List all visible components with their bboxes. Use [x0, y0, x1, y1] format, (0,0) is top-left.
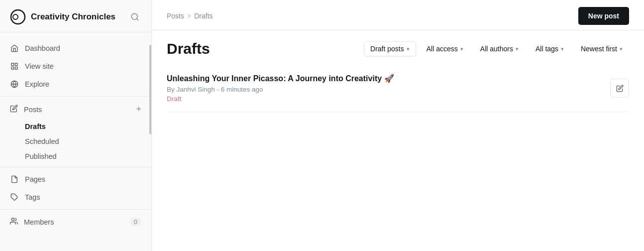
globe-icon — [10, 80, 19, 89]
svg-rect-4 — [11, 63, 14, 66]
chevron-down-icon-3: ▾ — [516, 46, 519, 52]
post-info: Unleashing Your Inner Picasso: A Journey… — [167, 74, 394, 103]
sidebar-item-scheduled[interactable]: Scheduled — [0, 134, 151, 149]
chevron-down-icon: ▾ — [407, 46, 410, 52]
page-title: Drafts — [167, 40, 210, 57]
svg-rect-5 — [15, 63, 17, 66]
sidebar-nav: Dashboard View site Explore — [0, 32, 151, 251]
filter-sort-label: Newest first — [581, 45, 617, 53]
members-icon — [10, 217, 18, 227]
chevron-down-icon-2: ▾ — [460, 46, 463, 52]
filters: Draft posts ▾ All access ▾ All authors ▾… — [364, 41, 629, 56]
sidebar-divider-3 — [0, 209, 151, 210]
sidebar-item-dashboard[interactable]: Dashboard — [0, 39, 151, 57]
sidebar-scrollbar[interactable] — [149, 45, 151, 134]
filter-all-authors-label: All authors — [480, 45, 513, 53]
sidebar-item-posts-label: Posts — [24, 106, 42, 114]
sidebar-item-tags[interactable]: Tags — [0, 188, 151, 206]
brand: Creativity Chronicles — [10, 9, 115, 25]
breadcrumb-separator: > — [187, 12, 191, 20]
sidebar-item-dashboard-label: Dashboard — [25, 44, 60, 52]
sidebar-item-explore-label: Explore — [25, 80, 49, 88]
sidebar-item-posts[interactable]: Posts + — [0, 100, 151, 119]
pages-icon — [10, 175, 19, 184]
post-actions — [610, 79, 629, 98]
svg-line-3 — [136, 18, 138, 20]
table-row: Unleashing Your Inner Picasso: A Journey… — [167, 65, 629, 112]
svg-rect-7 — [11, 67, 14, 69]
home-icon — [10, 44, 19, 53]
sidebar-divider-2 — [0, 167, 151, 167]
breadcrumb: Posts > Drafts — [167, 12, 213, 20]
svg-rect-6 — [15, 67, 17, 69]
chevron-down-icon-4: ▾ — [561, 46, 564, 52]
sidebar-divider-1 — [0, 96, 151, 97]
brand-name: Creativity Chronicles — [31, 12, 115, 22]
edit-post-button[interactable] — [610, 79, 629, 98]
search-button[interactable] — [128, 10, 141, 23]
published-label: Published — [25, 152, 57, 160]
filter-all-access-label: All access — [427, 45, 458, 53]
sidebar-item-drafts[interactable]: Drafts — [0, 119, 151, 134]
post-status: Draft — [167, 95, 394, 103]
breadcrumb-posts[interactable]: Posts — [167, 12, 184, 20]
svg-point-11 — [11, 218, 14, 221]
sidebar-item-pages-label: Pages — [25, 175, 45, 183]
posts-icon — [10, 105, 18, 114]
sidebar-item-explore[interactable]: Explore — [0, 75, 151, 93]
sidebar-item-tags-label: Tags — [25, 193, 40, 201]
tags-icon — [10, 193, 19, 202]
members-count: 0 — [130, 218, 141, 226]
post-author: Janhvi Singh — [177, 86, 215, 93]
sidebar-item-view-site-label: View site — [25, 62, 54, 70]
post-title[interactable]: Unleashing Your Inner Picasso: A Journey… — [167, 74, 394, 83]
filter-sort[interactable]: Newest first ▾ — [574, 41, 629, 56]
drafts-label: Drafts — [25, 123, 46, 130]
filter-all-tags[interactable]: All tags ▾ — [529, 41, 570, 56]
svg-point-1 — [13, 14, 18, 19]
search-icon — [130, 12, 139, 21]
posts-list: Unleashing Your Inner Picasso: A Journey… — [152, 65, 644, 112]
chevron-down-icon-5: ▾ — [620, 46, 623, 52]
post-time: 6 minutes ago — [221, 86, 263, 93]
filter-draft-posts-label: Draft posts — [370, 45, 404, 53]
content-header: Drafts Draft posts ▾ All access ▾ All au… — [152, 30, 644, 65]
add-post-button[interactable]: + — [136, 104, 141, 115]
brand-logo — [10, 9, 26, 25]
sidebar-item-pages[interactable]: Pages — [0, 170, 151, 188]
filter-all-access[interactable]: All access ▾ — [420, 41, 470, 56]
filter-draft-posts[interactable]: Draft posts ▾ — [364, 41, 416, 56]
members-label: Members — [24, 218, 54, 226]
scheduled-label: Scheduled — [25, 137, 59, 145]
external-icon — [10, 62, 19, 71]
filter-all-tags-label: All tags — [536, 45, 558, 53]
post-meta: By Janhvi Singh - 6 minutes ago — [167, 86, 394, 93]
sidebar-item-members[interactable]: Members 0 — [0, 213, 151, 231]
sub-nav-posts: Drafts Scheduled Published — [0, 119, 151, 164]
sidebar-item-published[interactable]: Published — [0, 149, 151, 164]
top-bar: Posts > Drafts New post — [152, 0, 644, 30]
sidebar-item-view-site[interactable]: View site — [0, 57, 151, 75]
breadcrumb-current: Drafts — [194, 12, 213, 20]
filter-all-authors[interactable]: All authors ▾ — [474, 41, 525, 56]
new-post-button[interactable]: New post — [578, 7, 629, 25]
edit-icon — [616, 85, 624, 92]
